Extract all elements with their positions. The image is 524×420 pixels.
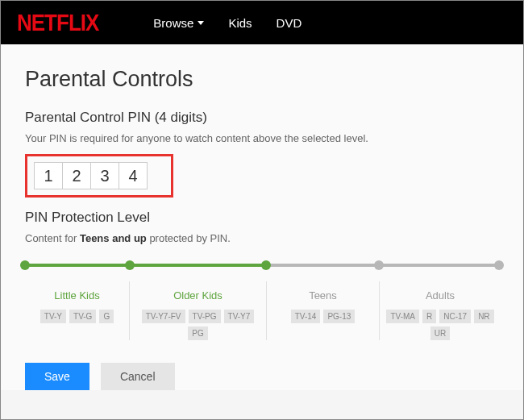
pin-digit-3[interactable]: 3	[90, 162, 119, 189]
level-columns: Little KidsTV-YTV-GGOlder KidsTV-Y7-FVTV…	[25, 281, 499, 340]
nav-item-dvd[interactable]: DVD	[277, 16, 302, 30]
slider-dot-2[interactable]	[261, 260, 271, 270]
rating-tag: TV-Y7-FV	[142, 310, 185, 323]
level-heading: PIN Protection Level	[25, 210, 499, 226]
nav-item-label: DVD	[277, 16, 302, 30]
nav-item-label: Browse	[153, 16, 193, 30]
action-buttons: Save Cancel	[25, 363, 499, 390]
rating-tag: TV-G	[69, 310, 96, 323]
pin-description: Your PIN is required for anyone to watch…	[25, 132, 499, 144]
level-name: Teens	[270, 289, 376, 301]
save-button[interactable]: Save	[25, 363, 89, 390]
page-title: Parental Controls	[25, 67, 499, 92]
pin-input-group: 1234	[25, 154, 173, 198]
chevron-down-icon	[198, 21, 204, 25]
rating-tag: PG-13	[323, 310, 355, 323]
level-desc-prefix: Content for	[25, 232, 80, 244]
rating-tag: R	[422, 310, 436, 323]
level-col-adults[interactable]: AdultsTV-MARNC-17NRUR	[380, 281, 501, 340]
level-slider[interactable]	[25, 259, 499, 272]
slider-dot-3[interactable]	[374, 260, 384, 270]
main-content: Parental Controls Parental Control PIN (…	[1, 44, 523, 390]
pin-digit-4[interactable]: 4	[119, 162, 148, 189]
level-desc-bold: Teens and up	[80, 232, 147, 244]
level-col-older-kids[interactable]: Older KidsTV-Y7-FVTV-PGTV-Y7PG	[130, 281, 267, 340]
slider-dot-4[interactable]	[494, 260, 504, 270]
rating-tag: UR	[430, 326, 450, 340]
nav-item-label: Kids	[228, 16, 252, 30]
pin-heading: Parental Control PIN (4 digits)	[25, 110, 499, 126]
main-nav: BrowseKidsDVD	[153, 16, 302, 30]
level-name: Older Kids	[133, 289, 263, 301]
rating-tag: TV-MA	[386, 310, 419, 323]
nav-item-browse[interactable]: Browse	[153, 16, 204, 30]
slider-dot-1[interactable]	[125, 260, 135, 270]
rating-tags: TV-Y7-FVTV-PGTV-Y7PG	[133, 310, 263, 340]
level-description: Content for Teens and up protected by PI…	[25, 232, 499, 244]
nav-item-kids[interactable]: Kids	[228, 16, 252, 30]
rating-tags: TV-14PG-13	[270, 310, 376, 323]
rating-tags: TV-MARNC-17NRUR	[383, 310, 497, 340]
rating-tag: TV-14	[291, 310, 321, 323]
rating-tag: TV-PG	[189, 310, 221, 323]
level-col-teens[interactable]: TeensTV-14PG-13	[267, 281, 380, 340]
pin-digit-1[interactable]: 1	[34, 162, 63, 189]
rating-tag: NC-17	[439, 310, 471, 323]
netflix-logo[interactable]: NETFLIX	[17, 9, 98, 36]
slider-dot-0[interactable]	[20, 260, 30, 270]
rating-tag: NR	[474, 310, 493, 323]
pin-digit-2[interactable]: 2	[62, 162, 91, 189]
level-name: Adults	[383, 289, 497, 301]
level-col-little-kids[interactable]: Little KidsTV-YTV-GG	[25, 281, 130, 340]
cancel-button[interactable]: Cancel	[101, 363, 175, 390]
level-name: Little Kids	[28, 289, 126, 301]
rating-tag: TV-Y	[40, 310, 66, 323]
level-desc-suffix: protected by PIN.	[147, 232, 231, 244]
rating-tag: PG	[188, 326, 207, 340]
top-header: NETFLIX BrowseKidsDVD	[1, 1, 523, 44]
slider-track-fill	[25, 264, 266, 267]
rating-tag: G	[99, 310, 114, 323]
rating-tags: TV-YTV-GG	[28, 310, 126, 323]
rating-tag: TV-Y7	[224, 310, 255, 323]
